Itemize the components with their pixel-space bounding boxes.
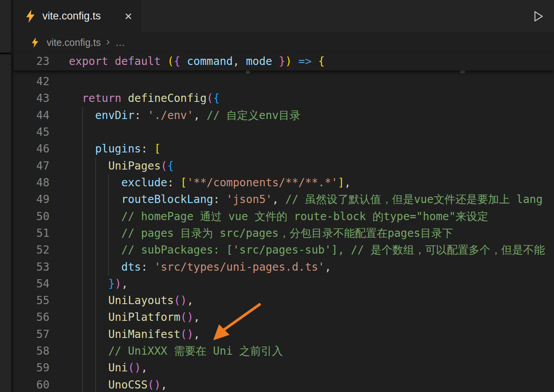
code-line-48[interactable]: 48 exclude: ['**/components/**/**.*'], [14,174,554,191]
line-number: 44 [14,107,49,124]
code-line-53[interactable]: 53 dts: 'src/types/uni-pages.d.ts', [14,259,554,276]
code-line-50[interactable]: 50 // homePage 通过 vue 文件的 route-block 的t… [14,208,554,225]
sticky-scroll-line[interactable]: 23 export default ({ command, mode }) =>… [14,52,554,70]
code-text: UniLayouts(), [69,292,193,309]
code-text: Uni(), [69,359,147,376]
code-text: UnoCSS(), [69,376,167,392]
code-line-57[interactable]: 57 UniManifest(), [14,326,554,343]
line-number: 58 [14,343,49,360]
code-line-49[interactable]: 49 routeBlockLang: 'json5', // 虽然设了默认值，但… [14,191,554,208]
vite-bolt-icon [25,10,35,23]
line-number: 55 [14,292,49,309]
line-number: 47 [14,158,49,175]
code-text: }), [69,275,128,292]
code-text: envDir: './env', // 自定义env目录 [69,107,300,124]
code-text: UniPlatform(), [69,309,200,326]
clipped-glyph [246,70,250,74]
code-line-44[interactable]: 44 envDir: './env', // 自定义env目录 [14,107,554,124]
code-line-45[interactable]: 45 [14,124,554,141]
code-line-47[interactable]: 47 UniPages({ [14,158,554,175]
code-text: dts: 'src/types/uni-pages.d.ts', [69,259,331,276]
code-line-56[interactable]: 56 UniPlatform(), [14,309,554,326]
breadcrumb-file[interactable]: vite.config.ts [47,37,101,48]
code-line-46[interactable]: 46 plugins: [ [14,140,554,158]
breadcrumb: vite.config.ts › … [14,32,554,52]
code-text: export default ({ command, mode }) => { [69,52,325,70]
line-number: 57 [14,326,49,343]
line-number: 45 [14,124,49,141]
line-number: 50 [14,208,49,225]
code-text: UniManifest(), [69,326,200,343]
code-line-42[interactable]: 42 [14,73,554,90]
code-text: UniPages({ [69,158,174,175]
close-icon[interactable]: × [121,9,136,24]
code-text: return defineConfig({ [69,90,220,107]
line-number: 48 [14,174,49,191]
line-number: 51 [14,225,49,242]
side-panel-strip [0,0,11,392]
line-number: 56 [14,309,49,326]
code-line-55[interactable]: 55 UniLayouts(), [14,292,554,309]
line-number: 53 [14,259,49,276]
vite-bolt-icon [31,37,39,48]
code-text: // pages 目录为 src/pages，分包目录不能配置在pages目录下 [69,225,453,242]
code-line-43[interactable]: 43 return defineConfig({ [14,90,554,107]
chevron-right-icon: › [106,35,110,48]
line-number: 54 [14,275,49,292]
code-line-59[interactable]: 59 Uni(), [14,359,554,376]
line-number: 52 [14,242,49,259]
line-number: 42 [14,73,49,90]
breadcrumb-more[interactable]: … [115,37,126,48]
tab-title: vite.config.ts [42,10,101,22]
panel-gap [11,0,14,392]
code-text: // homePage 通过 vue 文件的 route-block 的type… [69,208,488,225]
code-line-52[interactable]: 52 // subPackages: ['src/pages-sub'], //… [14,242,554,259]
tab-bar: vite.config.ts × [14,0,554,32]
side-panel-divider [0,52,11,54]
code-text: routeBlockLang: 'json5', // 虽然设了默认值，但是vu… [69,191,543,208]
line-number: 49 [14,191,49,208]
line-number: 23 [14,52,49,70]
line-number: 46 [14,140,49,158]
code-text: // UniXXX 需要在 Uni 之前引入 [69,343,283,360]
code-line-60[interactable]: 60 UnoCSS(), [14,376,554,392]
line-number: 60 [14,376,49,392]
line-number: 43 [14,90,49,107]
clipped-glyph [460,70,465,73]
code-line-51[interactable]: 51 // pages 目录为 src/pages，分包目录不能配置在pages… [14,225,554,242]
code-line-58[interactable]: 58 // UniXXX 需要在 Uni 之前引入 [14,343,554,360]
code-text: exclude: ['**/components/**/**.*'], [69,174,351,191]
code-text: // subPackages: ['src/pages-sub'], // 是个… [69,242,545,259]
run-button[interactable] [531,9,545,23]
editor-code-area[interactable]: 4243 return defineConfig({44 envDir: './… [14,73,554,392]
tab-vite-config[interactable]: vite.config.ts × [14,0,141,32]
code-text: plugins: [ [69,140,161,158]
code-line-54[interactable]: 54 }), [14,275,554,292]
line-number: 59 [14,359,49,376]
